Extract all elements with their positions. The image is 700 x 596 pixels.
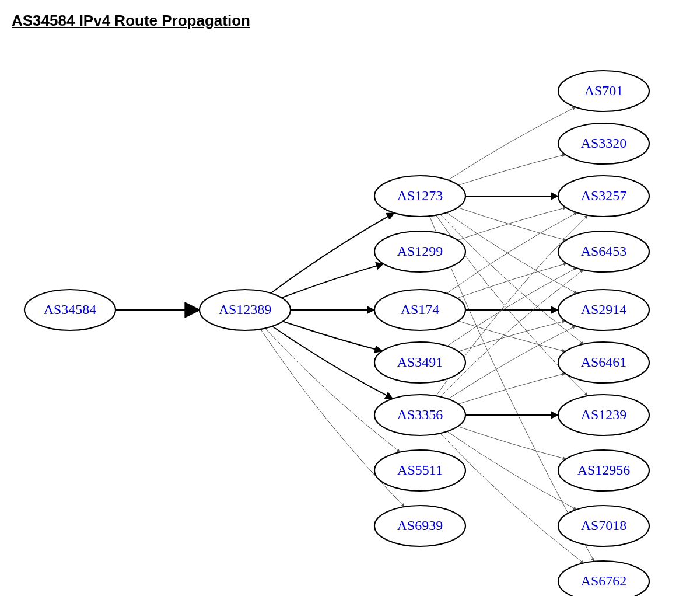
as-node-label: AS3257 (581, 188, 627, 203)
edge-AS1273-AS6461 (440, 214, 584, 344)
as-node-as3356[interactable]: AS3356 (374, 395, 466, 435)
as-node-as5511[interactable]: AS5511 (374, 450, 466, 491)
as-node-label: AS12956 (578, 462, 631, 478)
page-title: AS34584 IPv4 Route Propagation (12, 12, 688, 30)
as-node-as1273[interactable]: AS1273 (374, 176, 466, 217)
edge-AS12389-AS1299 (282, 264, 384, 298)
as-node-label: AS6762 (581, 573, 627, 588)
edge-AS3356-AS6461 (459, 374, 565, 404)
as-node-as174[interactable]: AS174 (374, 290, 466, 330)
edge-AS3356-AS6762 (440, 433, 584, 563)
as-node-as7018[interactable]: AS7018 (558, 506, 649, 546)
edge-AS3491-AS2914 (459, 321, 565, 351)
as-node-as2914[interactable]: AS2914 (558, 290, 649, 330)
edge-AS3356-AS7018 (447, 431, 577, 510)
as-node-as6453[interactable]: AS6453 (558, 231, 649, 272)
as-node-label: AS6939 (397, 518, 443, 533)
as-node-label: AS701 (584, 83, 624, 98)
as-node-label: AS174 (401, 302, 440, 317)
as-node-label: AS1273 (397, 188, 443, 203)
route-propagation-graph: AS34584AS12389AS1273AS1299AS174AS3491AS3… (12, 36, 688, 596)
as-node-label: AS7018 (581, 518, 627, 533)
as-node-label: AS1299 (397, 243, 443, 259)
as-node-as1239[interactable]: AS1239 (558, 395, 649, 435)
as-node-label: AS34584 (44, 302, 97, 317)
as-node-label: AS3491 (397, 354, 443, 370)
as-node-label: AS12389 (219, 302, 272, 317)
as-node-as3491[interactable]: AS3491 (374, 342, 466, 383)
edge-AS174-AS6453 (457, 263, 567, 298)
as-node-as701[interactable]: AS701 (558, 71, 649, 111)
edge-AS1273-AS6762 (429, 216, 594, 562)
as-node-as6461[interactable]: AS6461 (558, 342, 649, 383)
as-node-as3320[interactable]: AS3320 (558, 123, 649, 164)
as-node-as3257[interactable]: AS3257 (558, 176, 649, 217)
as-node-label: AS5511 (397, 462, 443, 478)
as-node-label: AS2914 (581, 302, 627, 317)
as-node-label: AS1239 (581, 407, 627, 422)
edge-AS1299-AS3257 (458, 208, 566, 241)
as-node-as12389[interactable]: AS12389 (200, 290, 290, 330)
as-node-as34584[interactable]: AS34584 (24, 290, 116, 330)
edge-AS1273-AS3320 (459, 155, 565, 185)
as-node-as12956[interactable]: AS12956 (558, 450, 649, 491)
edge-AS12389-AS3491 (283, 321, 382, 351)
as-node-as6939[interactable]: AS6939 (374, 506, 466, 546)
as-node-label: AS6461 (581, 354, 627, 370)
as-node-as1299[interactable]: AS1299 (374, 231, 466, 272)
edge-AS3356-AS12956 (458, 427, 566, 459)
edge-AS1273-AS6453 (458, 208, 566, 241)
as-node-label: AS3320 (581, 135, 627, 151)
as-node-as6762[interactable]: AS6762 (558, 561, 649, 596)
edge-AS174-AS6461 (459, 321, 565, 351)
edge-AS12389-AS5511 (265, 328, 400, 452)
as-node-label: AS3356 (397, 407, 443, 422)
as-node-label: AS6453 (581, 243, 627, 259)
edge-AS3356-AS6453 (440, 270, 583, 397)
